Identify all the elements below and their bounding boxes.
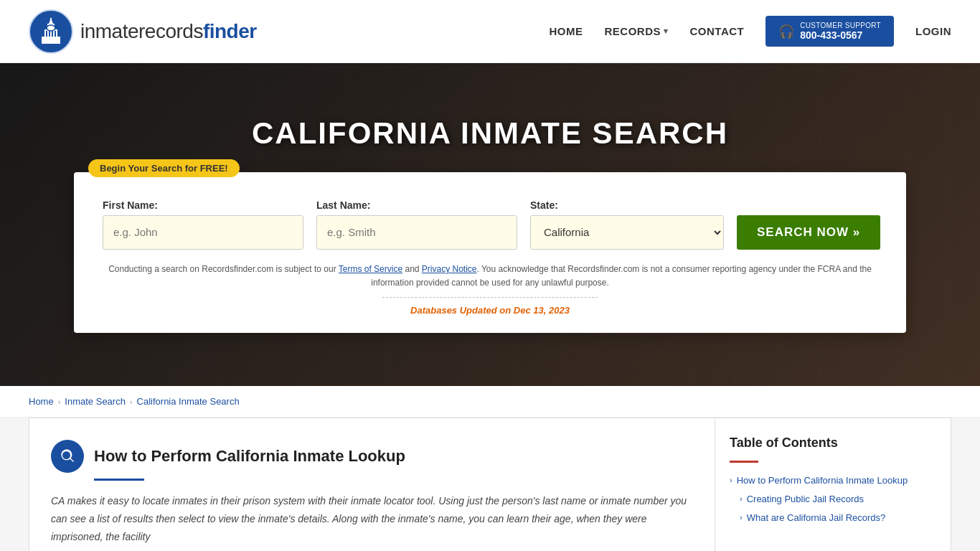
logo-text: inmaterecordsfinder [80,20,257,43]
chevron-down-icon: ▾ [664,27,669,36]
nav-login[interactable]: LOGIN [915,25,951,37]
sidebar: Table of Contents › How to Perform Calif… [715,418,951,551]
svg-rect-9 [52,31,53,37]
content-area: How to Perform California Inmate Lookup … [0,418,980,551]
first-name-group: First Name: [103,199,303,250]
article-heading-underline [94,479,144,481]
toc-item-3: › What are California Jail Records? [730,512,936,524]
toc-divider [730,461,758,463]
last-name-label: Last Name: [316,199,517,211]
header: inmaterecordsfinder HOME RECORDS ▾ CONTA… [0,0,980,63]
main-article: How to Perform California Inmate Lookup … [29,418,715,551]
svg-rect-6 [43,31,44,37]
toc-link-3[interactable]: What are California Jail Records? [747,512,886,524]
search-icon [59,448,76,465]
breadcrumb: Home › Inmate Search › California Inmate… [0,386,980,418]
svg-rect-5 [50,18,52,22]
tos-link[interactable]: Terms of Service [339,264,402,274]
svg-rect-8 [49,31,50,37]
toc-item-2: › Creating Public Jail Records [730,493,936,506]
breadcrumb-sep-1: › [58,397,61,406]
article-heading-row: How to Perform California Inmate Lookup [51,440,693,473]
svg-rect-11 [57,31,59,37]
svg-rect-10 [55,31,56,37]
nav-home[interactable]: HOME [549,25,583,37]
toc-link-2[interactable]: Creating Public Jail Records [747,493,864,506]
divider [382,297,598,298]
breadcrumb-sep-2: › [130,397,133,406]
privacy-link[interactable]: Privacy Notice [422,264,477,274]
support-label: CUSTOMER SUPPORT [800,22,881,29]
breadcrumb-home[interactable]: Home [29,396,54,407]
breadcrumb-inmate-search[interactable]: Inmate Search [65,396,126,407]
chevron-right-icon-2: › [740,494,743,503]
chevron-right-icon-3: › [740,513,743,522]
logo-icon [29,9,73,54]
toc-title: Table of Contents [730,435,936,451]
phone-icon: 🎧 [778,24,794,39]
search-card: Begin Your Search for FREE! First Name: … [74,172,906,333]
logo[interactable]: inmaterecordsfinder [29,9,257,54]
main-nav: HOME RECORDS ▾ CONTACT 🎧 CUSTOMER SUPPOR… [549,16,951,47]
free-badge: Begin Your Search for FREE! [88,159,240,177]
state-group: State: AlabamaAlaskaArizonaArkansasCalif… [530,199,724,250]
toc-item-1: › How to Perform California Inmate Looku… [730,474,936,487]
hero-section: CALIFORNIA INMATE SEARCH Begin Your Sear… [0,63,980,386]
nav-contact[interactable]: CONTACT [690,25,745,37]
svg-rect-7 [46,31,47,37]
first-name-label: First Name: [103,199,303,211]
breadcrumb-current: California Inmate Search [137,396,240,407]
state-select[interactable]: AlabamaAlaskaArizonaArkansasCaliforniaCo… [530,215,724,250]
article-heading: How to Perform California Inmate Lookup [94,447,405,466]
db-updated: Databases Updated on Dec 13, 2023 [103,305,877,316]
toc-link-1[interactable]: How to Perform California Inmate Lookup [737,474,908,487]
search-now-button[interactable]: SEARCH NOW » [737,215,880,250]
support-number: 800-433-0567 [800,29,881,41]
chevron-right-icon-1: › [730,476,732,484]
article-body: CA makes it easy to locate inmates in th… [51,492,693,547]
page-title: CALIFORNIA INMATE SEARCH [252,116,728,151]
search-form: First Name: Last Name: State: AlabamaAla… [103,199,877,250]
last-name-group: Last Name: [316,199,517,250]
toc-list: › How to Perform California Inmate Looku… [730,474,936,525]
last-name-input[interactable] [316,215,517,250]
customer-support-button[interactable]: 🎧 CUSTOMER SUPPORT 800-433-0567 [765,16,894,47]
first-name-input[interactable] [103,215,303,250]
article-icon [51,440,84,473]
nav-records[interactable]: RECORDS ▾ [604,25,668,37]
state-label: State: [530,199,724,211]
disclaimer-text: Conducting a search on Recordsfinder.com… [103,263,877,290]
